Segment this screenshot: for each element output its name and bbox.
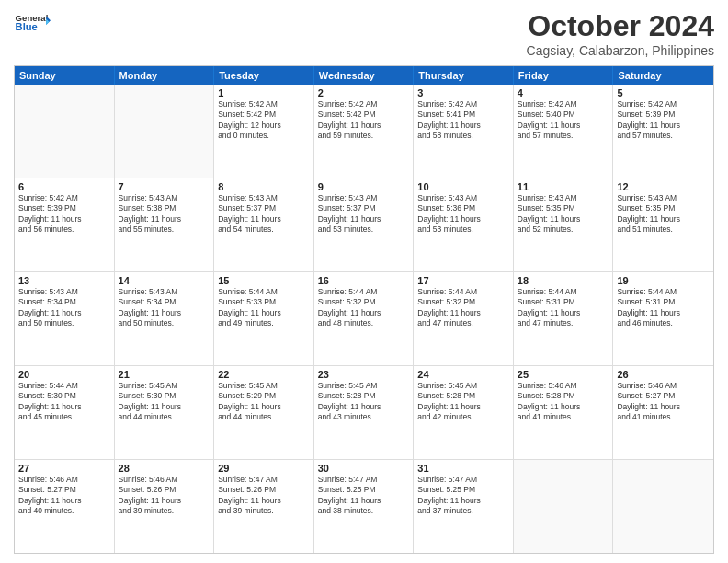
header: General Blue October 2024 Cagsiay, Calab… (14, 9, 714, 58)
day-number: 27 (18, 463, 110, 474)
day-info: Sunrise: 5:44 AM Sunset: 5:33 PM Dayligh… (218, 287, 310, 329)
day-number: 10 (417, 181, 509, 192)
day-number: 15 (218, 275, 310, 286)
calendar-day-cell: 23Sunrise: 5:45 AM Sunset: 5:28 PM Dayli… (314, 366, 415, 459)
calendar-day-cell (115, 85, 215, 178)
day-number: 7 (119, 181, 210, 192)
calendar-day-cell: 29Sunrise: 5:47 AM Sunset: 5:26 PM Dayli… (214, 460, 314, 553)
day-number: 2 (318, 87, 410, 98)
calendar-week-row: 20Sunrise: 5:44 AM Sunset: 5:30 PM Dayli… (15, 365, 713, 459)
calendar-day-cell: 27Sunrise: 5:46 AM Sunset: 5:27 PM Dayli… (15, 460, 115, 553)
calendar-day-cell: 9Sunrise: 5:43 AM Sunset: 5:37 PM Daylig… (314, 178, 415, 271)
day-info: Sunrise: 5:45 AM Sunset: 5:29 PM Dayligh… (218, 381, 310, 423)
calendar-day-cell: 4Sunrise: 5:42 AM Sunset: 5:40 PM Daylig… (514, 85, 614, 178)
calendar-day-cell: 15Sunrise: 5:44 AM Sunset: 5:33 PM Dayli… (214, 272, 314, 365)
calendar-day-cell (514, 460, 614, 553)
day-info: Sunrise: 5:42 AM Sunset: 5:39 PM Dayligh… (617, 99, 710, 142)
calendar-week-row: 1Sunrise: 5:42 AM Sunset: 5:42 PM Daylig… (15, 85, 713, 178)
day-number: 5 (617, 87, 710, 98)
calendar-day-cell: 22Sunrise: 5:45 AM Sunset: 5:29 PM Dayli… (214, 366, 314, 459)
day-number: 29 (218, 463, 310, 474)
day-info: Sunrise: 5:44 AM Sunset: 5:32 PM Dayligh… (318, 287, 410, 329)
day-info: Sunrise: 5:44 AM Sunset: 5:31 PM Dayligh… (518, 287, 609, 329)
calendar-day-cell: 6Sunrise: 5:42 AM Sunset: 5:39 PM Daylig… (15, 178, 115, 271)
calendar-day-cell: 30Sunrise: 5:47 AM Sunset: 5:25 PM Dayli… (314, 460, 415, 553)
calendar-day-cell (613, 460, 713, 553)
calendar-day-header: Tuesday (214, 66, 314, 85)
day-number: 9 (318, 181, 410, 192)
day-number: 11 (518, 181, 609, 192)
day-info: Sunrise: 5:46 AM Sunset: 5:27 PM Dayligh… (617, 381, 710, 423)
calendar-week-row: 27Sunrise: 5:46 AM Sunset: 5:27 PM Dayli… (15, 459, 713, 553)
day-info: Sunrise: 5:43 AM Sunset: 5:38 PM Dayligh… (119, 193, 210, 236)
calendar-day-cell: 25Sunrise: 5:46 AM Sunset: 5:28 PM Dayli… (514, 366, 614, 459)
day-info: Sunrise: 5:42 AM Sunset: 5:42 PM Dayligh… (318, 99, 410, 142)
day-info: Sunrise: 5:45 AM Sunset: 5:30 PM Dayligh… (119, 381, 210, 423)
calendar-day-cell: 16Sunrise: 5:44 AM Sunset: 5:32 PM Dayli… (314, 272, 415, 365)
day-number: 1 (218, 87, 310, 98)
calendar-day-cell: 21Sunrise: 5:45 AM Sunset: 5:30 PM Dayli… (115, 366, 215, 459)
day-number: 14 (119, 275, 210, 286)
calendar-day-cell: 1Sunrise: 5:42 AM Sunset: 5:42 PM Daylig… (214, 85, 314, 178)
day-info: Sunrise: 5:46 AM Sunset: 5:27 PM Dayligh… (18, 475, 110, 517)
title-block: October 2024 Cagsiay, Calabarzon, Philip… (527, 9, 714, 58)
calendar-day-header: Thursday (414, 66, 514, 85)
day-info: Sunrise: 5:42 AM Sunset: 5:41 PM Dayligh… (417, 99, 509, 142)
calendar-day-cell: 11Sunrise: 5:43 AM Sunset: 5:35 PM Dayli… (514, 178, 614, 271)
subtitle: Cagsiay, Calabarzon, Philippines (527, 43, 714, 58)
day-number: 31 (417, 463, 509, 474)
calendar-day-header: Monday (115, 66, 215, 85)
day-number: 30 (318, 463, 410, 474)
calendar-day-header: Friday (514, 66, 614, 85)
day-info: Sunrise: 5:43 AM Sunset: 5:37 PM Dayligh… (218, 193, 310, 236)
day-info: Sunrise: 5:43 AM Sunset: 5:37 PM Dayligh… (318, 193, 410, 236)
calendar-day-cell: 7Sunrise: 5:43 AM Sunset: 5:38 PM Daylig… (115, 178, 215, 271)
day-number: 17 (417, 275, 509, 286)
day-info: Sunrise: 5:43 AM Sunset: 5:35 PM Dayligh… (617, 193, 710, 236)
day-number: 23 (318, 369, 410, 380)
day-number: 21 (119, 369, 210, 380)
day-info: Sunrise: 5:47 AM Sunset: 5:25 PM Dayligh… (318, 475, 410, 517)
day-number: 24 (417, 369, 509, 380)
day-info: Sunrise: 5:47 AM Sunset: 5:25 PM Dayligh… (417, 475, 509, 517)
day-info: Sunrise: 5:43 AM Sunset: 5:34 PM Dayligh… (119, 287, 210, 329)
day-number: 18 (518, 275, 609, 286)
calendar-day-cell: 19Sunrise: 5:44 AM Sunset: 5:31 PM Dayli… (613, 272, 713, 365)
calendar-week-row: 6Sunrise: 5:42 AM Sunset: 5:39 PM Daylig… (15, 178, 713, 271)
calendar-day-header: Wednesday (314, 66, 415, 85)
calendar-day-cell: 20Sunrise: 5:44 AM Sunset: 5:30 PM Dayli… (15, 366, 115, 459)
calendar-body: 1Sunrise: 5:42 AM Sunset: 5:42 PM Daylig… (15, 85, 713, 553)
calendar-day-cell: 5Sunrise: 5:42 AM Sunset: 5:39 PM Daylig… (613, 85, 713, 178)
svg-text:Blue: Blue (16, 21, 38, 32)
calendar-day-cell: 8Sunrise: 5:43 AM Sunset: 5:37 PM Daylig… (214, 178, 314, 271)
calendar-day-cell: 24Sunrise: 5:45 AM Sunset: 5:28 PM Dayli… (414, 366, 514, 459)
day-info: Sunrise: 5:43 AM Sunset: 5:34 PM Dayligh… (18, 287, 110, 329)
day-info: Sunrise: 5:42 AM Sunset: 5:39 PM Dayligh… (18, 193, 110, 236)
day-number: 13 (18, 275, 110, 286)
main-title: October 2024 (527, 9, 714, 43)
calendar-day-header: Sunday (15, 66, 115, 85)
day-info: Sunrise: 5:43 AM Sunset: 5:36 PM Dayligh… (417, 193, 509, 236)
calendar-day-cell: 17Sunrise: 5:44 AM Sunset: 5:32 PM Dayli… (414, 272, 514, 365)
day-number: 19 (617, 275, 710, 286)
calendar-day-cell: 13Sunrise: 5:43 AM Sunset: 5:34 PM Dayli… (15, 272, 115, 365)
calendar-week-row: 13Sunrise: 5:43 AM Sunset: 5:34 PM Dayli… (15, 271, 713, 365)
day-info: Sunrise: 5:44 AM Sunset: 5:30 PM Dayligh… (18, 381, 110, 423)
calendar-header: SundayMondayTuesdayWednesdayThursdayFrid… (15, 66, 713, 85)
page: General Blue October 2024 Cagsiay, Calab… (0, 0, 728, 563)
calendar-day-cell: 14Sunrise: 5:43 AM Sunset: 5:34 PM Dayli… (115, 272, 215, 365)
day-number: 26 (617, 369, 710, 380)
day-info: Sunrise: 5:42 AM Sunset: 5:42 PM Dayligh… (218, 99, 310, 142)
day-info: Sunrise: 5:43 AM Sunset: 5:35 PM Dayligh… (518, 193, 609, 236)
day-info: Sunrise: 5:44 AM Sunset: 5:31 PM Dayligh… (617, 287, 710, 329)
calendar-day-cell: 10Sunrise: 5:43 AM Sunset: 5:36 PM Dayli… (414, 178, 514, 271)
day-info: Sunrise: 5:45 AM Sunset: 5:28 PM Dayligh… (417, 381, 509, 423)
day-number: 22 (218, 369, 310, 380)
calendar-day-cell: 3Sunrise: 5:42 AM Sunset: 5:41 PM Daylig… (414, 85, 514, 178)
day-info: Sunrise: 5:46 AM Sunset: 5:28 PM Dayligh… (518, 381, 609, 423)
day-number: 4 (518, 87, 609, 98)
day-number: 20 (18, 369, 110, 380)
day-number: 12 (617, 181, 710, 192)
day-info: Sunrise: 5:45 AM Sunset: 5:28 PM Dayligh… (318, 381, 410, 423)
day-number: 25 (518, 369, 609, 380)
